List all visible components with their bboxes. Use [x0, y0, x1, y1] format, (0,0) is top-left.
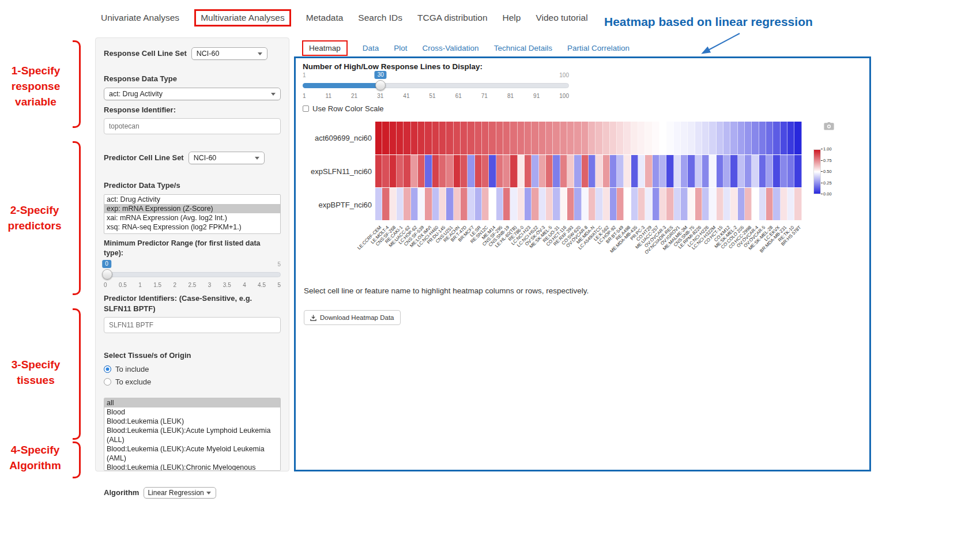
heatmap-cell[interactable]: [382, 122, 389, 154]
predictor-option-exp-mrna-expression-z-score[interactable]: exp: mRNA Expression (Z-Score): [104, 204, 280, 213]
heatmap-cell[interactable]: [439, 122, 446, 154]
heatmap-cell[interactable]: [589, 122, 595, 154]
tab-technical-details[interactable]: Technical Details: [494, 44, 552, 52]
heatmap-cell[interactable]: [496, 188, 503, 220]
heatmap-cell[interactable]: [659, 188, 666, 220]
heatmap-cell[interactable]: [518, 188, 525, 220]
heatmap-cell[interactable]: [730, 188, 737, 220]
heatmap-cell[interactable]: [510, 122, 517, 154]
heatmap-cell[interactable]: [695, 188, 702, 220]
nav-item-help[interactable]: Help: [503, 13, 521, 23]
heatmap-cell[interactable]: [375, 188, 382, 220]
heatmap-cell[interactable]: [781, 188, 787, 220]
algorithm-select[interactable]: Linear Regression: [144, 487, 216, 499]
heatmap-cell[interactable]: [411, 155, 418, 187]
slider-track[interactable]: [104, 272, 281, 277]
heatmap-cell[interactable]: [589, 188, 595, 220]
heatmap-cell[interactable]: [525, 122, 532, 154]
tab-partial-correlation[interactable]: Partial Correlation: [567, 44, 630, 52]
heatmap-cell[interactable]: [382, 188, 389, 220]
heatmap-cell[interactable]: [745, 155, 752, 187]
heatmap-cell[interactable]: [518, 122, 525, 154]
heatmap-cell[interactable]: [397, 155, 404, 187]
heatmap-cell[interactable]: [624, 155, 631, 187]
heatmap-cell[interactable]: [624, 188, 631, 220]
slider-handle[interactable]: [375, 80, 386, 90]
heatmap-cell[interactable]: [574, 188, 581, 220]
heatmap-cell[interactable]: [666, 188, 673, 220]
heatmap-cell[interactable]: [539, 155, 546, 187]
heatmap-cell[interactable]: [709, 155, 716, 187]
heatmap-cell[interactable]: [610, 188, 617, 220]
heatmap-cell[interactable]: [461, 155, 468, 187]
heatmap-cell[interactable]: [482, 155, 489, 187]
heatmap-cell[interactable]: [582, 122, 589, 154]
heatmap-cell[interactable]: [638, 155, 645, 187]
heatmap-cell[interactable]: [759, 122, 766, 154]
tissue-exclude-radio-row[interactable]: To exclude: [104, 378, 281, 386]
heatmap-cell[interactable]: [468, 188, 474, 220]
response-cell-line-set-select[interactable]: NCI-60: [191, 47, 267, 60]
heatmap-cell[interactable]: [446, 155, 453, 187]
heatmap-cell[interactable]: [681, 188, 688, 220]
heatmap-cell[interactable]: [723, 122, 730, 154]
heatmap-cell[interactable]: [709, 122, 716, 154]
heatmap-cell[interactable]: [738, 155, 745, 187]
heatmap-cell[interactable]: [589, 155, 595, 187]
tab-data[interactable]: Data: [363, 44, 379, 52]
heatmap-cell[interactable]: [773, 155, 780, 187]
heatmap-cell[interactable]: [674, 155, 681, 187]
heatmap-cell[interactable]: [375, 155, 382, 187]
nav-item-tcga-distribution[interactable]: TCGA distribution: [417, 13, 487, 23]
heatmap-cell[interactable]: [659, 155, 666, 187]
min-predictor-range-slider[interactable]: 0 5 00.511.522.533.544.55: [104, 261, 281, 290]
camera-icon[interactable]: [824, 122, 834, 133]
heatmap-cell[interactable]: [454, 155, 461, 187]
heatmap-cell[interactable]: [404, 188, 410, 220]
nav-item-video-tutorial[interactable]: Video tutorial: [536, 13, 587, 23]
heatmap-cell[interactable]: [595, 122, 602, 154]
heatmap-cell[interactable]: [539, 122, 546, 154]
heatmap-cell[interactable]: [553, 122, 560, 154]
heatmap-cell[interactable]: [425, 122, 432, 154]
slider-handle[interactable]: [102, 269, 112, 280]
heatmap-cell[interactable]: [709, 188, 716, 220]
radio-checked-icon[interactable]: [104, 365, 111, 373]
heatmap-cell[interactable]: [717, 188, 723, 220]
heatmap-cell[interactable]: [489, 155, 496, 187]
heatmap-cell[interactable]: [454, 122, 461, 154]
tissue-option-blood-leukemia-leuk-acute-myeloid-leukemia-aml[interactable]: Blood:Leukemia (LEUK):Acute Myeloid Leuk…: [104, 444, 280, 463]
heatmap-cell[interactable]: [546, 155, 553, 187]
predictor-cell-line-set-select[interactable]: NCI-60: [189, 152, 265, 164]
tissue-option-blood-leukemia-leuk-chronic-myelogenous-leukemia-cml[interactable]: Blood:Leukemia (LEUK):Chronic Myelogenou…: [104, 463, 280, 471]
heatmap-cell[interactable]: [794, 122, 801, 154]
heatmap-cell[interactable]: [787, 122, 794, 154]
heatmap-cell[interactable]: [681, 122, 688, 154]
tissue-option-blood-leukemia-leuk[interactable]: Blood:Leukemia (LEUK): [104, 417, 280, 426]
heatmap-cell[interactable]: [582, 188, 589, 220]
tissue-include-radio-row[interactable]: To include: [104, 365, 281, 373]
heatmap-cell[interactable]: [375, 122, 382, 154]
heatmap-cell[interactable]: [468, 122, 474, 154]
heatmap-cell[interactable]: [781, 155, 787, 187]
heatmap-cell[interactable]: [390, 155, 397, 187]
heatmap-cell[interactable]: [766, 155, 773, 187]
heatmap-cell[interactable]: [510, 188, 517, 220]
heatmap-cell[interactable]: [610, 155, 617, 187]
heatmap-cell[interactable]: [794, 155, 801, 187]
heatmap-cell[interactable]: [418, 188, 425, 220]
heatmap-cell[interactable]: [446, 188, 453, 220]
heatmap-cell[interactable]: [567, 188, 574, 220]
heatmap-cell[interactable]: [532, 122, 538, 154]
heatmap-cell[interactable]: [624, 122, 631, 154]
heatmap-cell[interactable]: [638, 188, 645, 220]
heatmap-cell[interactable]: [411, 188, 418, 220]
heatmap-cell[interactable]: [787, 188, 794, 220]
predictor-option-xsq-rna-seq-expression-log2-fpkm-1[interactable]: xsq: RNA-seq Expression (log2 FPKM+1.): [104, 222, 280, 232]
heatmap-cell[interactable]: [702, 122, 709, 154]
heatmap-cell[interactable]: [773, 122, 780, 154]
heatmap-cell[interactable]: [730, 155, 737, 187]
heatmap-row-label-expslfn11-nci60[interactable]: expSLFN11_nci60: [296, 167, 372, 176]
heatmap-cell[interactable]: [503, 188, 510, 220]
tab-heatmap[interactable]: Heatmap: [302, 40, 348, 56]
